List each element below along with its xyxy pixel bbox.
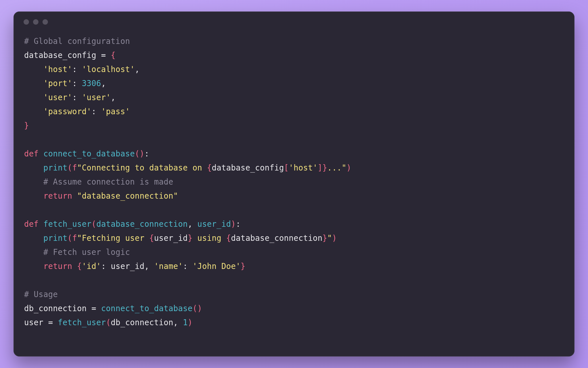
- code-token: # Assume connection is made: [43, 177, 173, 186]
- code-token: def: [24, 219, 43, 228]
- code-token: 1: [183, 318, 188, 327]
- code-line: 'port': 3306,: [24, 76, 564, 90]
- code-editor[interactable]: # Global configurationdatabase_config = …: [14, 32, 574, 356]
- code-line: }: [24, 119, 564, 133]
- code-token: 'localhost': [82, 65, 135, 74]
- code-token: 'name': [154, 262, 183, 271]
- code-token: 'id': [82, 262, 101, 271]
- code-token: 'host': [289, 163, 318, 172]
- code-token: (): [192, 304, 202, 313]
- code-token: 'user': [43, 93, 72, 102]
- code-token: ]: [318, 163, 322, 172]
- code-token: [24, 93, 43, 102]
- code-token: user_id: [111, 262, 144, 271]
- code-token: database_config: [24, 51, 101, 60]
- code-token: :: [101, 262, 111, 271]
- code-token: f: [72, 163, 77, 172]
- code-line: print(f"Connecting to database on {datab…: [24, 161, 564, 175]
- code-token: ...": [327, 163, 347, 172]
- code-token: }: [322, 233, 327, 243]
- code-line: 'user': 'user',: [24, 90, 564, 104]
- code-token: ): [188, 318, 193, 327]
- code-token: # Usage: [24, 290, 58, 299]
- code-token: return: [43, 191, 77, 200]
- code-line: print(f"Fetching user {user_id} using {d…: [24, 231, 564, 245]
- code-token: 'pass': [101, 107, 130, 116]
- code-line: database_config = {: [24, 48, 564, 62]
- code-token: f: [72, 233, 77, 243]
- code-token: fetch_user: [43, 219, 92, 228]
- code-token: 'user': [82, 93, 111, 102]
- code-token: {: [111, 51, 116, 60]
- code-token: (: [106, 318, 111, 327]
- code-token: [24, 191, 43, 200]
- code-token: fetch_user: [58, 318, 106, 327]
- code-window: # Global configurationdatabase_config = …: [13, 11, 575, 357]
- code-token: connect_to_database: [101, 304, 192, 313]
- code-token: using: [193, 233, 226, 243]
- code-token: user_id: [154, 233, 187, 243]
- code-token: (): [135, 149, 144, 158]
- code-token: [24, 107, 43, 116]
- code-token: print: [43, 233, 67, 243]
- code-token: [24, 262, 43, 271]
- code-token: return: [43, 262, 77, 271]
- code-token: =: [48, 318, 58, 327]
- code-line: db_connection = connect_to_database(): [24, 301, 564, 315]
- code-token: database_connection: [96, 219, 187, 228]
- code-line: [24, 133, 564, 147]
- code-token: (: [67, 163, 72, 172]
- code-token: # Global configuration: [24, 36, 130, 46]
- code-token: "Connecting to database on: [77, 163, 207, 172]
- code-token: :: [144, 149, 149, 158]
- code-token: ): [332, 233, 337, 243]
- code-token: user: [24, 318, 48, 327]
- code-token: [24, 177, 43, 186]
- close-icon[interactable]: [24, 19, 29, 25]
- code-token: "database_connection": [77, 191, 178, 200]
- code-token: 'port': [43, 79, 72, 88]
- code-line: # Assume connection is made: [24, 175, 564, 189]
- code-token: [24, 79, 43, 88]
- code-token: :: [92, 107, 101, 116]
- code-token: (: [92, 219, 96, 228]
- code-token: :: [72, 79, 82, 88]
- code-token: ,: [101, 79, 106, 88]
- code-line: user = fetch_user(db_connection, 1): [24, 315, 564, 330]
- code-line: # Global configuration: [24, 34, 564, 48]
- code-token: db_connection: [111, 318, 173, 327]
- code-token: print: [43, 163, 67, 172]
- code-line: # Fetch user logic: [24, 245, 564, 259]
- code-token: }: [241, 262, 245, 271]
- code-line: 'host': 'localhost',: [24, 62, 564, 76]
- code-line: # Usage: [24, 287, 564, 301]
- code-token: ": [327, 233, 332, 243]
- code-token: 'host': [43, 65, 72, 74]
- code-token: (: [67, 233, 72, 243]
- code-token: {: [149, 233, 154, 243]
- code-line: [24, 203, 564, 217]
- code-token: database_config: [212, 163, 284, 172]
- code-token: [24, 163, 43, 172]
- code-token: =: [92, 304, 101, 313]
- minimize-icon[interactable]: [33, 19, 38, 25]
- code-token: 'password': [43, 107, 92, 116]
- maximize-icon[interactable]: [42, 19, 48, 25]
- window-titlebar: [14, 12, 574, 32]
- code-token: database_connection: [231, 233, 322, 243]
- code-token: "Fetching user: [77, 233, 149, 243]
- code-line: def connect_to_database():: [24, 147, 564, 161]
- code-token: {: [226, 233, 231, 243]
- code-line: return "database_connection": [24, 189, 564, 203]
- code-token: ,: [135, 65, 140, 74]
- code-token: [24, 247, 43, 257]
- code-token: :: [72, 93, 82, 102]
- code-token: user_id: [197, 219, 231, 228]
- code-token: {: [77, 262, 82, 271]
- code-token: :: [183, 262, 193, 271]
- code-token: =: [101, 51, 111, 60]
- code-line: [24, 273, 564, 287]
- code-token: {: [207, 163, 212, 172]
- code-line: return {'id': user_id, 'name': 'John Doe…: [24, 259, 564, 273]
- code-token: ): [347, 163, 351, 172]
